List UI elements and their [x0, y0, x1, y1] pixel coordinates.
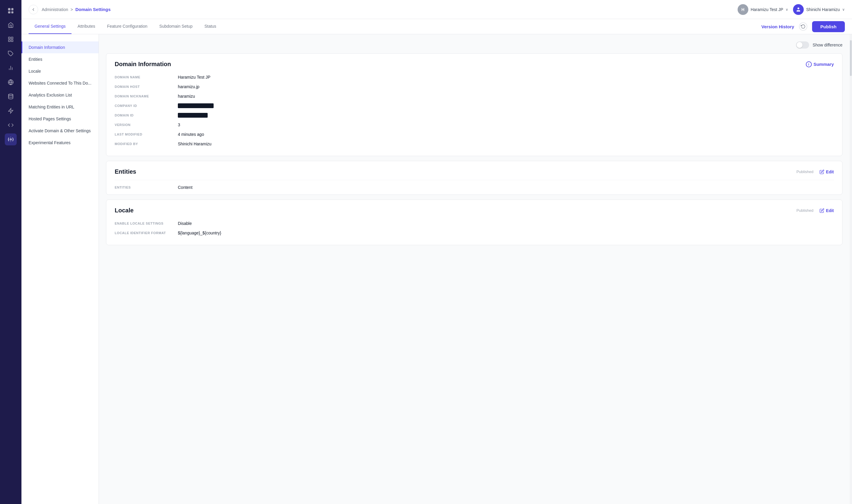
- domain-info-body: DOMAIN NAME Haramizu Test JP DOMAIN HOST…: [106, 72, 842, 156]
- field-version: VERSION 3: [115, 120, 834, 130]
- puzzle-icon[interactable]: [5, 48, 17, 59]
- field-company-id: COMPANY ID: [115, 101, 834, 110]
- nav-websites[interactable]: Websites Connected To This Do...: [21, 77, 98, 89]
- locale-edit-button[interactable]: Edit: [819, 208, 834, 213]
- sidebar: [0, 0, 21, 504]
- layout-icon[interactable]: [5, 33, 17, 45]
- svg-point-10: [8, 94, 13, 96]
- toggle-thumb: [797, 42, 802, 48]
- main-content: Show difference Domain Information i Sum…: [99, 34, 850, 504]
- org-selector[interactable]: H Haramizu Test JP ∨: [738, 4, 788, 15]
- nav-locale[interactable]: Locale: [21, 65, 98, 77]
- field-value-domain-name: Haramizu Test JP: [178, 75, 834, 79]
- locale-card: Locale Published Edit ENABLE LOCALE SE: [106, 200, 842, 245]
- back-button[interactable]: [29, 5, 38, 14]
- org-chevron-icon: ∨: [785, 7, 788, 12]
- nav-hosted-pages[interactable]: Hosted Pages Settings: [21, 113, 98, 125]
- tab-attributes[interactable]: Attributes: [72, 19, 101, 34]
- home-icon[interactable]: [5, 19, 17, 31]
- nav-activate-domain[interactable]: Activate Domain & Other Settings: [21, 125, 98, 137]
- show-diff-toggle[interactable]: [796, 41, 809, 49]
- field-value-domain-id: [178, 113, 207, 118]
- user-chevron-icon: ∨: [842, 7, 845, 12]
- sidebar-apps-icon[interactable]: [5, 5, 17, 17]
- scroll-indicator[interactable]: [850, 34, 852, 504]
- domain-info-title: Domain Information: [115, 61, 171, 68]
- field-value-domain-host: haramizu.jp: [178, 84, 834, 89]
- field-label-domain-id: DOMAIN ID: [115, 113, 174, 117]
- nav-domain-information[interactable]: Domain Information: [21, 41, 98, 53]
- content-area: Domain Information Entities Locale Websi…: [21, 34, 852, 504]
- field-domain-name: DOMAIN NAME Haramizu Test JP: [115, 72, 834, 82]
- user-profile[interactable]: Shinichi Haramizu ∨: [793, 4, 845, 15]
- locale-header: Locale Published Edit: [106, 200, 842, 219]
- tab-status[interactable]: Status: [198, 19, 222, 34]
- svg-rect-3: [8, 40, 11, 42]
- field-label-domain-host: DOMAIN HOST: [115, 85, 174, 88]
- domain-information-card: Domain Information i Summary DOMAIN NAME…: [106, 53, 842, 156]
- field-locale-format: LOCALE IDENTIFIER FORMAT ${language}_${c…: [115, 228, 834, 238]
- nav-experimental[interactable]: Experimental Features: [21, 137, 98, 149]
- tab-navigation: General Settings Attributes Feature Conf…: [21, 19, 852, 34]
- top-header: Administration > Domain Settings H Haram…: [21, 0, 852, 19]
- field-value-modified-by: Shinichi Haramizu: [178, 142, 834, 146]
- field-label-company-id: COMPANY ID: [115, 104, 174, 108]
- tabs: General Settings Attributes Feature Conf…: [29, 19, 222, 34]
- show-diff-bar: Show difference: [106, 41, 842, 49]
- tab-general-settings[interactable]: General Settings: [29, 19, 72, 34]
- field-domain-nickname: DOMAIN NICKNAME haramizu: [115, 91, 834, 101]
- user-avatar: [793, 4, 804, 15]
- entities-title: Entities: [115, 168, 136, 175]
- field-modified-by: MODIFIED BY Shinichi Haramizu: [115, 139, 834, 149]
- field-enable-locale: ENABLE LOCALE SETTINGS Disable: [115, 219, 834, 228]
- nav-matching-entities[interactable]: Matching Entities in URL: [21, 101, 98, 113]
- settings-icon[interactable]: [5, 133, 17, 145]
- field-label-modified-by: MODIFIED BY: [115, 142, 174, 146]
- chart-icon[interactable]: [5, 62, 17, 74]
- version-history-button[interactable]: Version History: [761, 24, 794, 29]
- field-value-version: 3: [178, 122, 834, 127]
- breadcrumb-sep: >: [71, 7, 73, 12]
- locale-body: ENABLE LOCALE SETTINGS Disable LOCALE ID…: [106, 219, 842, 245]
- locale-title: Locale: [115, 207, 133, 214]
- svg-rect-2: [11, 40, 13, 42]
- version-history-label: Version History: [761, 24, 794, 29]
- left-navigation: Domain Information Entities Locale Websi…: [21, 34, 99, 504]
- field-value-last-modified: 4 minutes ago: [178, 132, 834, 137]
- domain-info-header: Domain Information i Summary: [106, 54, 842, 72]
- user-name: Shinichi Haramizu: [806, 7, 840, 12]
- field-domain-host: DOMAIN HOST haramizu.jp: [115, 82, 834, 91]
- field-label-version: VERSION: [115, 123, 174, 127]
- locale-published-badge: Published: [796, 208, 813, 213]
- field-value-enable-locale: Disable: [178, 221, 834, 226]
- entities-field-label: ENTITIES: [115, 185, 174, 189]
- plugin-icon[interactable]: [5, 105, 17, 117]
- field-value-locale-format: ${language}_${country}: [178, 231, 834, 235]
- field-last-modified: LAST MODIFIED 4 minutes ago: [115, 130, 834, 139]
- breadcrumb: Administration > Domain Settings: [42, 7, 110, 12]
- summary-button[interactable]: i Summary: [806, 61, 834, 67]
- tab-actions: Version History Publish: [761, 21, 845, 32]
- main-wrapper: Administration > Domain Settings H Haram…: [21, 0, 852, 504]
- globe-icon[interactable]: [5, 76, 17, 88]
- show-diff-label: Show difference: [813, 42, 842, 47]
- entities-published-badge: Published: [796, 169, 813, 174]
- entities-edit-button[interactable]: Edit: [819, 169, 834, 174]
- info-icon: i: [806, 61, 812, 67]
- tab-feature-configuration[interactable]: Feature Configuration: [101, 19, 153, 34]
- scroll-thumb: [850, 40, 852, 76]
- svg-rect-0: [8, 37, 11, 39]
- svg-rect-1: [11, 37, 13, 39]
- history-icon[interactable]: [799, 22, 807, 31]
- nav-entities[interactable]: Entities: [21, 53, 98, 65]
- code-icon[interactable]: [5, 119, 17, 131]
- database-icon[interactable]: [5, 91, 17, 103]
- header-right: H Haramizu Test JP ∨ Shinichi Haramizu ∨: [738, 4, 845, 15]
- breadcrumb-admin[interactable]: Administration: [42, 7, 68, 12]
- field-value-company-id: [178, 103, 214, 108]
- field-label-locale-format: LOCALE IDENTIFIER FORMAT: [115, 231, 174, 235]
- tab-subdomain-setup[interactable]: Subdomain Setup: [153, 19, 198, 34]
- nav-analytics-exclusion[interactable]: Analytics Exclusion List: [21, 89, 98, 101]
- field-domain-id: DOMAIN ID: [115, 110, 834, 120]
- publish-button[interactable]: Publish: [812, 21, 845, 32]
